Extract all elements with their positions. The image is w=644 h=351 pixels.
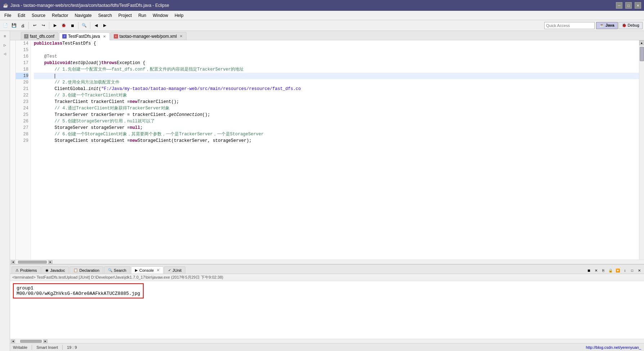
bottom-h-thumb[interactable] — [20, 340, 42, 343]
save-button[interactable]: 💾 — [10, 22, 18, 30]
menu-window[interactable]: Window — [150, 12, 171, 19]
toolbar-sep-1 — [28, 22, 29, 29]
line-num-28: 28 — [16, 131, 28, 138]
declaration-icon: 📋 — [73, 268, 78, 272]
title-controls[interactable]: ─ □ ✕ — [616, 2, 641, 9]
console-line-1: group1 — [17, 285, 140, 291]
toolbar-sep-2 — [49, 22, 49, 29]
left-panel-btn-3[interactable]: ◁ — [1, 50, 9, 58]
code-token: new — [130, 99, 138, 105]
bottom-toolbar-btn-3[interactable]: ⎘ — [600, 267, 607, 274]
scroll-thumb[interactable] — [640, 47, 644, 61]
debug-button[interactable]: 🐞 — [60, 22, 68, 30]
tab-test-fast-dfs[interactable]: J TestFastDfs.java ✕ — [59, 32, 110, 40]
tab-search[interactable]: 🔍 Search — [104, 266, 130, 274]
code-token: new — [130, 138, 138, 144]
bottom-toolbar-btn-1[interactable]: ⏹ — [586, 267, 592, 274]
close-button[interactable]: ✕ — [635, 2, 641, 9]
menu-search[interactable]: Search — [95, 12, 115, 19]
menu-refactor[interactable]: Refactor — [49, 12, 71, 19]
menu-edit[interactable]: Edit — [15, 12, 28, 19]
editor-horizontal-scrollbar[interactable]: ◀ ▶ — [10, 260, 644, 264]
line-num-29: 29 — [16, 138, 28, 144]
next-button[interactable]: ▶ — [101, 22, 109, 30]
tab-console-close[interactable]: ✕ — [157, 268, 159, 272]
scroll-right-arrow[interactable]: ▶ — [48, 260, 53, 264]
line-num-22: 22 — [16, 92, 28, 99]
search-toolbar-button[interactable]: 🔍 — [80, 22, 88, 30]
line-num-15: 15 — [16, 47, 28, 53]
bottom-scroll-left[interactable]: ◀ — [11, 339, 15, 343]
code-area[interactable]: public class TestFastDfs { @Test public … — [31, 40, 639, 260]
bottom-toolbar-btn-6[interactable]: ↕ — [622, 267, 628, 274]
editor-h-thumb[interactable] — [18, 261, 47, 264]
code-line-21: ClientGlobal.init("F:/Java/my-taotao/tao… — [34, 86, 639, 92]
vertical-scrollbar[interactable]: ▲ — [639, 40, 644, 260]
menu-run[interactable]: Run — [135, 12, 149, 19]
code-line-22: // 3.创建一个TrackerClient对象 — [34, 92, 639, 99]
menu-source[interactable]: Source — [29, 12, 48, 19]
bottom-toolbar-btn-7[interactable]: □ — [629, 267, 635, 274]
status-sep-2 — [62, 345, 63, 350]
redo-button[interactable]: ↪ — [39, 22, 47, 30]
quick-access-box: ☕ Java 🐞 Debug — [544, 22, 643, 29]
tab-fast-dfs-conf[interactable]: f fast_dfs.conf — [21, 32, 58, 40]
quick-access-input[interactable] — [544, 22, 595, 29]
scroll-up-arrow[interactable]: ▲ — [639, 40, 644, 45]
tab-console[interactable]: ▶ Console ✕ — [131, 266, 163, 274]
status-writable: Writable — [13, 345, 27, 350]
maximize-button[interactable]: □ — [625, 2, 632, 9]
tab-junit[interactable]: ✓ JUnit — [164, 266, 185, 274]
menu-help[interactable]: Help — [172, 12, 186, 19]
left-panel-btn-2[interactable]: ▷ — [1, 41, 9, 49]
print-button[interactable]: 🖨 — [19, 22, 27, 30]
menu-project[interactable]: Project — [116, 12, 135, 19]
tab-javadoc[interactable]: ◉ Javadoc — [41, 266, 69, 274]
bottom-scroll-right[interactable]: ▶ — [43, 339, 48, 343]
line-num-26: 26 — [16, 118, 28, 125]
tab-problems[interactable]: ⚠ Problems — [12, 266, 41, 274]
tab-close-test[interactable]: ✕ — [103, 35, 106, 39]
code-line-19 — [34, 73, 639, 79]
bottom-toolbar-btn-5[interactable]: 🔽 — [614, 267, 621, 274]
code-token: StorageServer storageServer = — [34, 125, 130, 131]
run-button[interactable]: ▶ — [51, 22, 59, 30]
bottom-toolbar-btn-2[interactable]: ✕ — [593, 267, 599, 274]
code-token: () — [96, 60, 101, 66]
stop-button[interactable]: ⏹ — [68, 22, 76, 30]
code-token: void — [60, 60, 70, 66]
line-num-14: 14 — [16, 40, 28, 47]
toolbar: 📄 💾 🖨 ↩ ↪ ▶ 🐞 ⏹ 🔍 ◀ ▶ ☕ Java 🐞 Debug — [0, 20, 644, 31]
menu-file[interactable]: File — [1, 12, 14, 19]
perspective-buttons: ☕ Java 🐞 Debug — [596, 22, 643, 29]
debug-perspective-button[interactable]: 🐞 Debug — [618, 22, 643, 29]
undo-button[interactable]: ↩ — [31, 22, 39, 30]
tab-pom[interactable]: x taotao-manager-web/pom.xml ✕ — [111, 32, 186, 40]
console-output-area: group1 M00/00/00/wKgZhVksG-6AOre0AAFkkAT… — [10, 281, 644, 300]
code-token: ClientGlobal. — [34, 86, 88, 92]
tab-close-pom[interactable]: ✕ — [180, 34, 183, 38]
code-token: TrackerClient(); — [138, 99, 179, 105]
left-panel-btn-1[interactable]: ≡ — [1, 32, 9, 40]
tab-console-label: Console — [139, 268, 154, 273]
code-token: // 4.通过TrackerClient对象获得TrackerServer对象 — [34, 105, 170, 112]
java-perspective-button[interactable]: ☕ Java — [596, 22, 618, 29]
status-bar: Writable Smart Insert 19 : 9 http://blog… — [10, 343, 644, 351]
prev-button[interactable]: ◀ — [92, 22, 100, 30]
scroll-left-arrow[interactable]: ◀ — [11, 260, 15, 264]
code-token: StorageClient(trackerServer, storageServ… — [138, 138, 252, 144]
minimize-button[interactable]: ─ — [616, 2, 622, 9]
code-line-24: // 4.通过TrackerClient对象获得TrackerServer对象 — [34, 105, 639, 112]
status-link[interactable]: http://blog.csdn.net/yerenyuan_ — [586, 345, 641, 350]
menu-navigate[interactable]: Navigate — [72, 12, 94, 19]
bottom-toolbar-btn-8[interactable]: ✕ — [636, 267, 643, 274]
tab-icon-pom: x — [114, 34, 118, 39]
code-line-16: @Test — [34, 53, 639, 60]
tab-label-fast-dfs: fast_dfs.conf — [30, 34, 54, 39]
bottom-horizontal-scrollbar[interactable]: ◀ ▶ — [10, 339, 644, 343]
code-token — [34, 73, 55, 79]
bottom-toolbar-btn-4[interactable]: 🔒 — [607, 267, 614, 274]
tab-declaration[interactable]: 📋 Declaration — [69, 266, 103, 274]
code-line-15 — [34, 47, 639, 53]
new-button[interactable]: 📄 — [1, 22, 9, 30]
